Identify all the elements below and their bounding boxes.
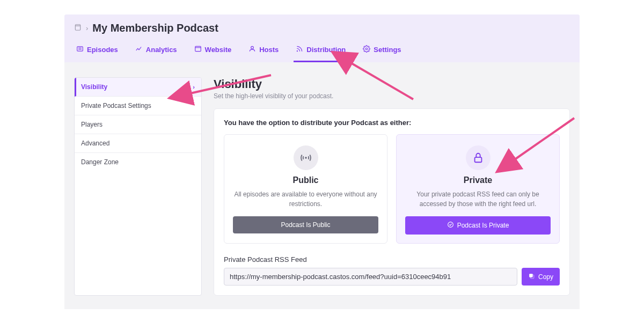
feed-row: Copy <box>224 268 560 286</box>
podcast-icon <box>74 24 82 33</box>
window-icon <box>194 45 202 54</box>
svg-point-7 <box>448 222 453 228</box>
option-desc: Your private podcast RSS feed can only b… <box>405 189 551 209</box>
podcast-is-private-button[interactable]: Podcast Is Private <box>405 216 551 235</box>
visibility-card: You have the option to distribute your P… <box>214 108 570 296</box>
svg-rect-1 <box>195 46 201 51</box>
sidebar-item-private-podcast-settings[interactable]: Private Podcast Settings <box>75 97 201 115</box>
sidebar: Visibility › Private Podcast Settings Pl… <box>74 77 202 296</box>
tab-hosts[interactable]: Hosts <box>246 41 281 62</box>
tab-label: Settings <box>374 46 401 54</box>
button-label: Podcast Is Public <box>281 221 330 229</box>
svg-point-4 <box>366 48 368 50</box>
podcast-is-public-button[interactable]: Podcast Is Public <box>233 216 378 233</box>
list-icon <box>76 45 84 54</box>
sidebar-item-advanced[interactable]: Advanced <box>75 134 201 153</box>
sidebar-item-visibility[interactable]: Visibility › <box>75 78 201 97</box>
tab-distribution[interactable]: Distribution <box>294 41 348 62</box>
header: › My Membership Podcast Episodes Analyti… <box>64 14 580 62</box>
check-circle-icon <box>447 221 454 230</box>
gear-icon <box>363 45 370 54</box>
tabs: Episodes Analytics Website Hosts Distrib… <box>74 41 570 62</box>
svg-point-2 <box>251 46 254 49</box>
main: Visibility Set the high-level visiblity … <box>214 77 570 296</box>
tab-analytics[interactable]: Analytics <box>133 41 179 62</box>
option-public[interactable]: Public All episodes are available to eve… <box>224 134 387 244</box>
user-icon <box>248 45 256 54</box>
option-private[interactable]: Private Your private podcast RSS feed ca… <box>396 134 560 244</box>
rss-icon <box>296 45 303 54</box>
sidebar-item-danger-zone[interactable]: Danger Zone <box>75 153 201 171</box>
tab-label: Hosts <box>259 46 279 54</box>
copy-button[interactable]: Copy <box>522 268 560 286</box>
option-desc: All episodes are available to everyone w… <box>233 189 378 209</box>
sidebar-item-players[interactable]: Players <box>75 115 201 134</box>
svg-point-5 <box>305 157 307 159</box>
card-title: You have the option to distribute your P… <box>224 119 560 127</box>
chevron-right-icon: › <box>193 84 195 90</box>
sidebar-item-label: Advanced <box>81 140 109 147</box>
option-title: Private <box>405 175 551 185</box>
lock-icon <box>466 145 491 170</box>
tab-episodes[interactable]: Episodes <box>74 41 120 62</box>
svg-point-3 <box>297 51 298 52</box>
button-label: Copy <box>538 273 553 281</box>
tab-label: Website <box>205 46 232 54</box>
body: Visibility › Private Podcast Settings Pl… <box>64 62 580 309</box>
chevron-right-icon: › <box>86 24 88 32</box>
breadcrumb-title: My Membership Podcast <box>92 22 218 34</box>
sidebar-item-label: Danger Zone <box>81 158 119 166</box>
tab-label: Distribution <box>306 46 346 54</box>
copy-icon <box>528 273 535 281</box>
sidebar-item-label: Players <box>81 121 103 128</box>
svg-rect-9 <box>529 274 533 277</box>
app-window: › My Membership Podcast Episodes Analyti… <box>64 14 580 309</box>
tab-settings[interactable]: Settings <box>361 41 403 62</box>
analytics-icon <box>135 45 143 54</box>
feed-url-input[interactable] <box>224 268 517 286</box>
breadcrumb: › My Membership Podcast <box>74 22 570 34</box>
page-title: Visibility <box>214 77 570 91</box>
broadcast-icon <box>294 145 318 170</box>
tab-website[interactable]: Website <box>192 41 234 62</box>
visibility-options: Public All episodes are available to eve… <box>224 134 560 244</box>
feed-label: Private Podcast RSS Feed <box>224 255 560 264</box>
option-title: Public <box>233 175 378 185</box>
svg-rect-6 <box>474 157 481 162</box>
page-subtitle: Set the high-level visiblity of your pod… <box>214 92 570 100</box>
tab-label: Analytics <box>146 46 177 54</box>
sidebar-item-label: Private Podcast Settings <box>81 102 151 109</box>
button-label: Podcast Is Private <box>457 222 509 229</box>
sidebar-item-label: Visibility <box>81 83 107 91</box>
tab-label: Episodes <box>87 46 118 54</box>
